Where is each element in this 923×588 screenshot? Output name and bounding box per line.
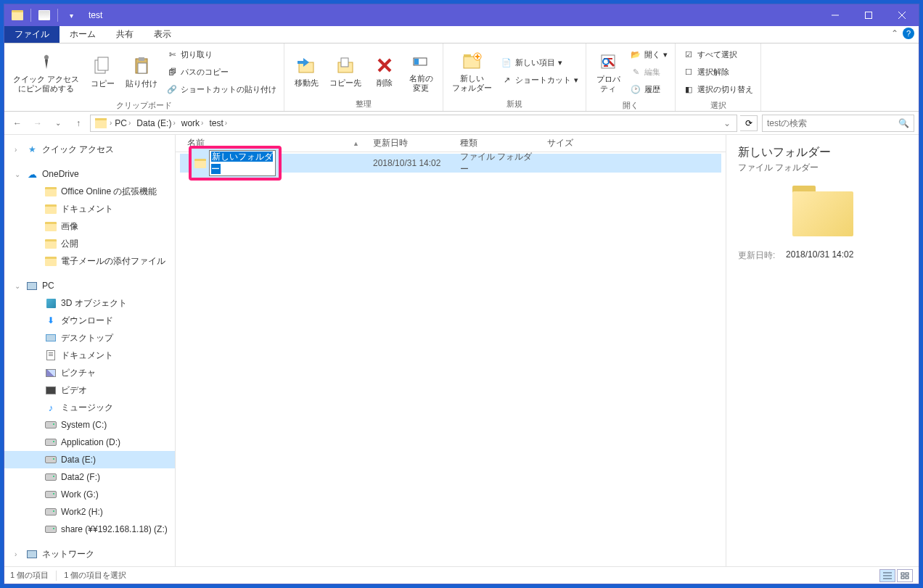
nav-pc-item[interactable]: デスクトップ xyxy=(4,329,175,347)
navigation-pane[interactable]: › クイック アクセス ⌄ OneDrive Office Online の拡張… xyxy=(4,135,176,566)
tab-view[interactable]: 表示 xyxy=(144,26,181,43)
delete-button[interactable]: 削除 xyxy=(369,52,401,89)
collapse-ribbon-button[interactable]: ⌃ xyxy=(891,28,898,38)
help-button[interactable]: ? xyxy=(903,28,914,39)
select-none-button[interactable]: ☐選択解除 xyxy=(681,64,755,80)
ribbon: クイック アクセス にピン留めする コピー 貼り付け ✄切り取り 🗐パスのコピー… xyxy=(4,44,919,112)
search-box[interactable]: 🔍 xyxy=(762,115,914,132)
back-button[interactable]: ← xyxy=(9,115,26,132)
nav-pc-item[interactable]: ダウンロード xyxy=(4,312,175,329)
window-title: test xyxy=(80,10,819,20)
explorer-window: ▾ test ファイル ホーム 共有 表示 ⌃ ? xyxy=(4,4,919,584)
drive-icon xyxy=(45,523,57,535)
nav-quick-access[interactable]: › クイック アクセス xyxy=(4,141,175,158)
cut-button[interactable]: ✄切り取り xyxy=(165,46,278,62)
nav-onedrive-item[interactable]: 画像 xyxy=(4,218,175,235)
open-button[interactable]: 📂開く ▾ xyxy=(628,46,669,62)
desktop-icon xyxy=(45,332,57,344)
rename-highlight: 新しいフォルダー xyxy=(189,146,282,181)
column-date[interactable]: 更新日時 xyxy=(366,135,453,152)
edit-button[interactable]: ✎編集 xyxy=(628,64,669,80)
details-date-value: 2018/10/31 14:02 xyxy=(786,249,853,262)
svg-rect-16 xyxy=(414,59,419,65)
nav-pc-item[interactable]: Data (E:) xyxy=(4,451,175,468)
history-button[interactable]: 🕑履歴 xyxy=(628,81,669,97)
svg-rect-6 xyxy=(98,57,108,70)
tab-file[interactable]: ファイル xyxy=(4,26,60,43)
close-button[interactable] xyxy=(885,4,919,26)
star-icon xyxy=(26,144,38,155)
nav-onedrive[interactable]: ⌄ OneDrive xyxy=(4,165,175,183)
details-folder-icon xyxy=(792,186,853,236)
new-folder-button[interactable]: 新しい フォルダー xyxy=(449,48,495,94)
view-details-button[interactable] xyxy=(879,569,895,582)
nav-pc-item[interactable]: ピクチャ xyxy=(4,364,175,381)
view-large-icons-button[interactable] xyxy=(897,569,913,582)
rename-input[interactable]: 新しいフォルダー xyxy=(209,150,276,176)
nav-pc-item[interactable]: Work (G:) xyxy=(4,486,175,503)
paste-button[interactable]: 貼り付け xyxy=(123,53,160,90)
group-clipboard-label: クリップボード xyxy=(4,100,284,112)
nav-network[interactable]: › ネットワーク xyxy=(4,545,175,563)
network-icon xyxy=(26,548,38,560)
download-icon xyxy=(45,315,57,326)
crumb-drive[interactable]: Data (E:) › xyxy=(134,115,178,131)
nav-pc[interactable]: ⌄ PC xyxy=(4,277,175,294)
search-input[interactable] xyxy=(767,118,898,128)
copy-path-button[interactable]: 🗐パスのコピー xyxy=(165,64,278,80)
tab-share[interactable]: 共有 xyxy=(106,26,144,43)
svg-rect-1 xyxy=(866,12,872,19)
nav-pc-item[interactable]: Work2 (H:) xyxy=(4,503,175,521)
qat-properties[interactable] xyxy=(36,7,53,24)
maximize-button[interactable] xyxy=(852,4,885,26)
crumb-work[interactable]: work › xyxy=(179,115,207,131)
move-to-button[interactable]: 移動先 xyxy=(290,52,322,89)
column-type[interactable]: 種類 xyxy=(453,135,540,152)
details-title: 新しいフォルダー xyxy=(738,145,907,160)
new-shortcut-button[interactable]: ↗ショートカット ▾ xyxy=(499,72,580,88)
copy-to-button[interactable]: コピー先 xyxy=(327,52,364,89)
invert-selection-button[interactable]: ◧選択の切り替え xyxy=(681,81,755,97)
nav-pc-item[interactable]: 3D オブジェクト xyxy=(4,294,175,312)
rename-button[interactable]: 名前の 変更 xyxy=(405,48,437,94)
nav-pc-item[interactable]: share (¥¥192.168.1.18) (Z:) xyxy=(4,521,175,538)
up-button[interactable]: ↑ xyxy=(70,115,87,132)
nav-pc-item[interactable]: System (C:) xyxy=(4,416,175,434)
nav-pc-item[interactable]: ミュージック xyxy=(4,399,175,416)
crumb-pc[interactable]: PC › xyxy=(112,115,134,131)
paste-shortcut-button[interactable]: 🔗ショートカットの貼り付け xyxy=(165,81,278,97)
tab-home[interactable]: ホーム xyxy=(60,26,106,43)
svg-rect-8 xyxy=(139,57,144,61)
column-size[interactable]: サイズ xyxy=(540,135,598,152)
nav-pc-item[interactable]: Application (D:) xyxy=(4,434,175,451)
select-all-button[interactable]: ☑すべて選択 xyxy=(681,46,755,62)
qat-customize[interactable]: ▾ xyxy=(62,7,80,24)
crumb-test[interactable]: test › xyxy=(206,115,230,131)
group-open-label: 開く xyxy=(586,100,675,112)
refresh-button[interactable]: ⟳ xyxy=(740,115,758,131)
nav-pc-item[interactable]: Data2 (F:) xyxy=(4,468,175,486)
new-item-button[interactable]: 📄新しい項目 ▾ xyxy=(499,54,580,70)
address-bar[interactable]: › PC › Data (E:) › work › test › ⌄ xyxy=(90,115,737,132)
nav-pc-item[interactable]: ビデオ xyxy=(4,381,175,399)
pin-to-quick-access-button[interactable]: クイック アクセス にピン留めする xyxy=(10,49,82,95)
svg-point-4 xyxy=(44,55,49,59)
properties-button[interactable]: プロパ ティ xyxy=(592,49,624,95)
recent-locations-button[interactable]: ⌄ xyxy=(49,115,67,132)
ribbon-tabs: ファイル ホーム 共有 表示 ⌃ ? xyxy=(4,26,919,44)
nav-onedrive-item[interactable]: ドキュメント xyxy=(4,200,175,218)
minimize-button[interactable] xyxy=(819,4,852,26)
statusbar: 1 個の項目 1 個の項目を選択 xyxy=(4,566,919,584)
file-row[interactable]: 新しいフォルダー 2018/10/31 14:02 ファイル フォルダー xyxy=(180,154,721,173)
nav-onedrive-item[interactable]: 公開 xyxy=(4,235,175,252)
folder-icon xyxy=(45,203,57,215)
folder-icon xyxy=(45,238,57,249)
nav-onedrive-item[interactable]: Office Online の拡張機能 xyxy=(4,183,175,200)
nav-pc-item[interactable]: ドキュメント xyxy=(4,347,175,364)
address-dropdown-button[interactable]: ⌄ xyxy=(719,118,735,128)
nav-onedrive-item[interactable]: 電子メールの添付ファイル xyxy=(4,252,175,270)
forward-button[interactable]: → xyxy=(29,115,46,132)
copy-button[interactable]: コピー xyxy=(86,53,118,90)
drive-icon xyxy=(45,436,57,448)
folder-icon xyxy=(45,186,57,197)
